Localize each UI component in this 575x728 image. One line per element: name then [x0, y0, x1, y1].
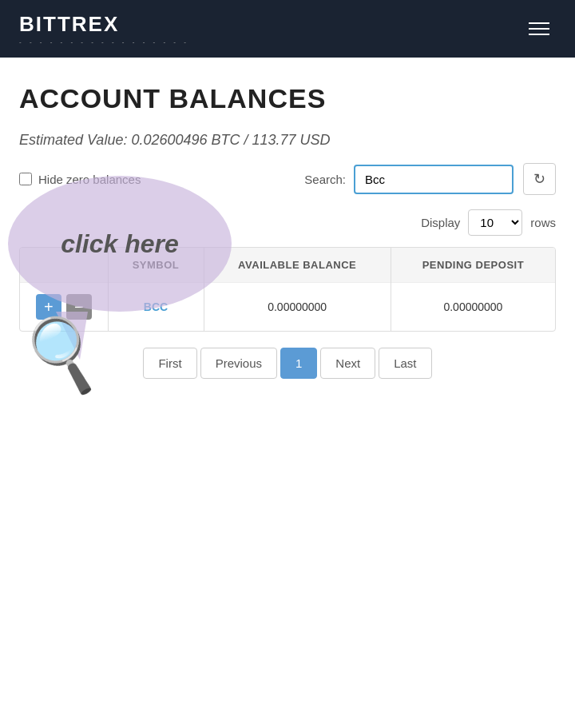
estimated-value: Estimated Value: 0.02600496 BTC / 113.77…: [19, 130, 556, 150]
refresh-button[interactable]: ↻: [523, 163, 556, 195]
hide-zero-checkbox[interactable]: [19, 173, 32, 185]
search-row: Search:: [304, 165, 514, 194]
display-row: Display 10 25 50 100 rows: [19, 209, 556, 236]
row-available-balance: 0.00000000: [204, 283, 391, 332]
row-pending-deposit: 0.00000000: [391, 283, 555, 332]
row-symbol: BCC: [108, 283, 204, 332]
right-controls: Search: ↻: [304, 163, 556, 195]
pagination-page-1[interactable]: 1: [280, 348, 317, 379]
logo: BITTREX - - - - - - - - - - - - - - - - …: [19, 12, 189, 46]
row-actions: + −: [20, 283, 108, 332]
withdraw-button[interactable]: −: [66, 294, 92, 320]
display-select[interactable]: 10 25 50 100: [468, 209, 522, 236]
rows-label: rows: [530, 216, 556, 229]
pagination-previous[interactable]: Previous: [200, 348, 277, 379]
col-available-balance: AVAILABLE BALANCE: [204, 248, 391, 283]
display-label: Display: [421, 216, 460, 229]
balances-table-wrapper: SYMBOL AVAILABLE BALANCE PENDING DEPOSIT…: [19, 247, 556, 332]
deposit-button[interactable]: +: [36, 294, 61, 320]
hide-zero-text: Hide zero balances: [38, 173, 141, 186]
pagination: First Previous 1 Next Last: [19, 346, 556, 380]
col-symbol: SYMBOL: [108, 248, 204, 283]
col-actions: [20, 248, 108, 283]
table-body: + − BCC 0.00000000 0.00000000: [20, 283, 555, 332]
search-label: Search:: [304, 173, 346, 186]
col-pending-deposit: PENDING DEPOSIT: [391, 248, 555, 283]
pagination-last[interactable]: Last: [379, 348, 431, 379]
action-buttons: + −: [30, 294, 98, 320]
hamburger-menu[interactable]: [522, 16, 556, 42]
balances-table: SYMBOL AVAILABLE BALANCE PENDING DEPOSIT…: [20, 248, 555, 331]
pagination-next[interactable]: Next: [320, 348, 375, 379]
page-title: ACCOUNT BALANCES: [19, 83, 556, 114]
search-input[interactable]: [354, 165, 514, 194]
hamburger-line-1: [529, 22, 549, 24]
main-content: ACCOUNT BALANCES Estimated Value: 0.0260…: [0, 58, 575, 406]
table-row: + − BCC 0.00000000 0.00000000: [20, 283, 555, 332]
hamburger-line-2: [529, 28, 549, 30]
symbol-link[interactable]: BCC: [144, 300, 168, 313]
controls-row: Hide zero balances Search: ↻: [19, 163, 556, 195]
pagination-first[interactable]: First: [143, 348, 196, 379]
table-header: SYMBOL AVAILABLE BALANCE PENDING DEPOSIT: [20, 248, 555, 283]
hamburger-line-3: [529, 34, 549, 35]
header: BITTREX - - - - - - - - - - - - - - - - …: [0, 0, 575, 58]
hide-zero-label[interactable]: Hide zero balances: [19, 173, 141, 186]
